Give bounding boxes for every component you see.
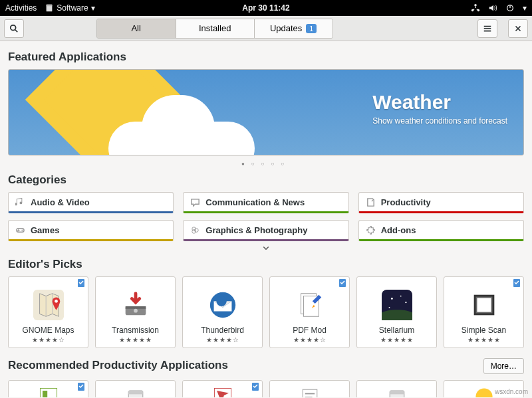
recommended-app-card[interactable] <box>356 380 437 397</box>
app-card-transmission[interactable]: Transmission★★★★★ <box>95 276 176 348</box>
svg-point-2 <box>474 4 477 7</box>
app-card-pdf-mod[interactable]: PDF Mod★★★★☆ <box>269 276 350 348</box>
view-switcher: All Installed Updates 1 <box>96 19 333 39</box>
clock[interactable]: Apr 30 11:42 <box>242 3 289 13</box>
recommended-app-card[interactable] <box>95 380 176 397</box>
app-icon <box>472 385 496 397</box>
app-name: Simple Scan <box>462 326 506 335</box>
app-card-stellarium[interactable]: Stellarium★★★★★ <box>356 276 437 348</box>
category-games[interactable]: Games <box>8 220 174 241</box>
svg-point-27 <box>388 307 390 308</box>
source-tag-icon <box>339 279 346 289</box>
app-menu[interactable]: Software ▾ <box>45 3 94 13</box>
svg-rect-36 <box>128 391 143 394</box>
app-name: Transmission <box>112 326 159 335</box>
tab-updates[interactable]: Updates 1 <box>254 19 332 38</box>
svg-rect-41 <box>305 397 312 397</box>
app-icon <box>295 290 325 320</box>
activities-button[interactable]: Activities <box>5 3 37 13</box>
recommended-app-card[interactable] <box>182 380 263 397</box>
close-icon <box>513 24 523 33</box>
main-content: Featured Applications Weather Show weath… <box>0 41 532 397</box>
category-label: Productivity <box>381 197 431 207</box>
recommended-app-card[interactable] <box>269 380 350 397</box>
banner-title: Weather <box>372 91 507 114</box>
app-rating: ★★★★★ <box>467 336 501 344</box>
categories-grid: Audio & VideoCommunication & NewsProduct… <box>8 192 524 241</box>
chevron-down-icon <box>262 244 270 252</box>
svg-point-44 <box>475 388 492 397</box>
tab-installed[interactable]: Installed <box>176 19 254 38</box>
source-tag-icon <box>78 383 84 393</box>
category-label: Graphics & Photography <box>205 225 307 235</box>
categories-heading: Categories <box>8 173 524 187</box>
app-icon <box>124 385 148 397</box>
picks-grid: GNOME Maps★★★★☆Transmission★★★★★Thunderb… <box>8 276 524 348</box>
app-icon <box>207 290 238 320</box>
software-icon <box>45 3 54 13</box>
expand-categories[interactable] <box>8 244 524 254</box>
app-icon <box>469 290 499 320</box>
app-rating: ★★★★★ <box>380 336 414 344</box>
app-icon <box>298 385 322 397</box>
app-icon <box>382 290 412 320</box>
category-audio-video[interactable]: Audio & Video <box>8 192 174 213</box>
updates-count-badge: 1 <box>306 24 317 33</box>
category-icon <box>190 197 200 207</box>
svg-rect-30 <box>476 298 491 313</box>
app-rating: ★★★★★ <box>119 336 152 344</box>
category-label: Audio & Video <box>31 197 90 207</box>
category-add-ons[interactable]: Add-ons <box>358 220 524 241</box>
svg-rect-16 <box>125 306 146 309</box>
power-icon[interactable] <box>505 3 515 13</box>
recommended-grid <box>8 380 524 397</box>
app-icon <box>120 290 151 320</box>
app-name: Thunderbird <box>201 326 244 335</box>
source-tag-icon <box>78 279 84 289</box>
volume-icon[interactable] <box>488 3 497 13</box>
svg-rect-43 <box>390 391 404 394</box>
category-productivity[interactable]: Productivity <box>358 192 524 213</box>
app-icon <box>211 385 235 397</box>
featured-banner[interactable]: Weather Show weather conditions and fore… <box>8 69 524 155</box>
category-icon <box>15 197 25 207</box>
app-icon <box>37 385 61 397</box>
recommended-heading: Recommended Productivity Applications <box>8 359 228 372</box>
tab-all[interactable]: All <box>97 19 176 38</box>
svg-rect-40 <box>305 393 314 395</box>
app-card-thunderbird[interactable]: Thunderbird★★★★☆ <box>182 276 263 348</box>
app-rating: ★★★★☆ <box>293 336 327 344</box>
svg-point-14 <box>55 300 58 303</box>
more-button[interactable]: More… <box>483 358 524 374</box>
carousel-dots[interactable]: ●○○○○ <box>8 155 524 169</box>
recommended-app-card[interactable] <box>8 380 88 397</box>
hamburger-icon <box>483 24 492 33</box>
app-icon <box>33 290 64 320</box>
network-icon[interactable] <box>471 3 480 13</box>
category-icon <box>190 225 200 235</box>
category-communication-news[interactable]: Communication & News <box>183 192 348 213</box>
app-card-simple-scan[interactable]: Simple Scan★★★★★ <box>444 276 524 348</box>
category-label: Add-ons <box>381 225 416 235</box>
app-rating: ★★★★☆ <box>32 336 65 344</box>
svg-point-17 <box>134 309 138 313</box>
category-icon <box>366 225 376 235</box>
picks-heading: Editor's Picks <box>8 258 524 271</box>
category-graphics-photography[interactable]: Graphics & Photography <box>183 220 348 241</box>
app-card-gnome-maps[interactable]: GNOME Maps★★★★☆ <box>8 276 88 348</box>
app-name: Stellarium <box>379 326 414 335</box>
watermark: wsxdn.com <box>495 388 528 395</box>
featured-heading: Featured Applications <box>8 50 524 64</box>
category-label: Games <box>31 225 59 235</box>
svg-point-26 <box>405 302 406 303</box>
close-button[interactable] <box>508 19 528 38</box>
category-label: Communication & News <box>205 197 305 207</box>
cloud-graphic <box>142 95 215 155</box>
svg-rect-34 <box>43 391 47 397</box>
app-icon <box>385 385 409 397</box>
app-name: GNOME Maps <box>22 326 74 335</box>
banner-subtitle: Show weather conditions and forecast <box>372 116 507 126</box>
search-button[interactable] <box>4 19 24 38</box>
category-icon <box>366 197 376 207</box>
menu-button[interactable] <box>477 19 497 38</box>
